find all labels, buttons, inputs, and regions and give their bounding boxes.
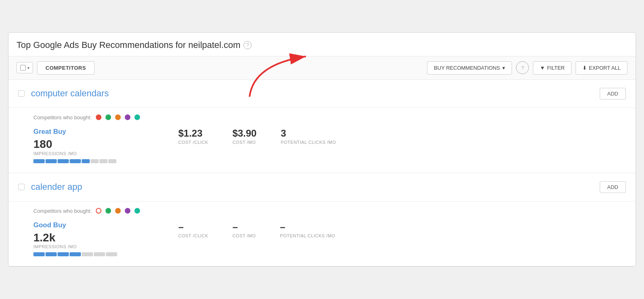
export-button[interactable]: ⬇ EXPORT ALL xyxy=(576,61,627,75)
checkbox-dropdown[interactable]: ▾ xyxy=(17,62,33,73)
buy-recommendations-label: BUY RECOMMENDATIONS xyxy=(434,65,500,71)
keyword-name-2[interactable]: calender app xyxy=(31,182,82,192)
cost-mo-label-2: COST /MO xyxy=(232,233,256,238)
progress-bar-2 xyxy=(33,252,122,256)
impressions-block-1: Great Buy 180 IMPRESSIONS /MO xyxy=(33,128,170,163)
impressions-unit-2: IMPRESSIONS /MO xyxy=(33,244,170,249)
add-button-2[interactable]: ADD xyxy=(600,181,626,193)
bar2-gray-3 xyxy=(106,252,117,256)
bar2-gray-1 xyxy=(82,252,93,256)
competitor-dot-2-2 xyxy=(105,208,111,214)
main-container: Top Google Ads Buy Recommendations for n… xyxy=(8,32,636,267)
keyword-checkbox-1[interactable] xyxy=(18,90,25,97)
filter-button[interactable]: ▼ FILTER xyxy=(533,61,572,75)
keyword-checkbox-2[interactable] xyxy=(18,184,25,190)
competitors-row-1: Competitors who bought: xyxy=(33,114,626,120)
competitor-dot-1-4 xyxy=(125,114,130,120)
keyword-data-2: Competitors who bought: Good Buy 1.2k IM… xyxy=(8,201,636,266)
toolbar-help-icon[interactable]: ? xyxy=(516,61,529,74)
competitors-label-2: Competitors who bought: xyxy=(33,208,92,214)
bar2-seg-2 xyxy=(45,252,57,256)
buy-label-2[interactable]: Good Buy xyxy=(33,221,170,229)
keyword-header-1: computer calendars ADD xyxy=(8,80,636,108)
buy-label-1[interactable]: Great Buy xyxy=(33,128,170,136)
content-area: computer calendars ADD Competitors who b… xyxy=(8,80,636,266)
cost-click-block-2: – COST /CLICK xyxy=(178,221,208,238)
cost-click-value-1: $1.23 xyxy=(178,128,208,139)
export-label: EXPORT ALL xyxy=(589,65,621,71)
page-header: Top Google Ads Buy Recommendations for n… xyxy=(8,33,636,56)
bar-gray-1 xyxy=(91,159,99,163)
competitor-dot-2-3 xyxy=(115,208,121,214)
cost-click-value-2: – xyxy=(178,221,208,233)
bar-gray-3 xyxy=(108,159,116,163)
bar-seg-1 xyxy=(33,159,45,163)
bar-seg-4 xyxy=(70,159,81,163)
page-help-icon[interactable]: ? xyxy=(244,41,252,49)
keyword-header-2: calender app ADD xyxy=(8,173,636,201)
competitor-dot-2-1 xyxy=(96,208,101,214)
metrics-row-2: Good Buy 1.2k IMPRESSIONS /MO xyxy=(33,221,626,257)
cost-blocks-2: – COST /CLICK – COST /MO – POTENTIAL CLI… xyxy=(178,221,335,238)
cost-click-block-1: $1.23 COST /CLICK xyxy=(178,128,208,145)
competitor-dot-2-5 xyxy=(134,208,140,214)
bar2-seg-3 xyxy=(58,252,69,256)
competitor-dot-1-2 xyxy=(105,114,111,120)
potential-clicks-value-1: 3 xyxy=(281,128,336,139)
impressions-value-1: 180 xyxy=(33,137,170,151)
impressions-unit-1: IMPRESSIONS /MO xyxy=(33,151,170,156)
potential-clicks-value-2: – xyxy=(280,221,335,233)
competitor-dot-1-3 xyxy=(115,114,121,120)
filter-label: FILTER xyxy=(547,65,565,71)
bar2-seg-4 xyxy=(70,252,81,256)
cost-mo-value-2: – xyxy=(232,221,256,233)
competitors-label-1: Competitors who bought: xyxy=(33,114,92,120)
potential-clicks-label-2: POTENTIAL CLICKS /MO xyxy=(280,233,335,238)
buy-recommendations-chevron: ▾ xyxy=(502,65,505,71)
competitor-dot-2-4 xyxy=(125,208,130,214)
cost-blocks-1: $1.23 COST /CLICK $3.90 COST /MO 3 POTEN… xyxy=(178,128,336,145)
page-title: Top Google Ads Buy Recommendations for n… xyxy=(17,40,240,50)
cost-mo-block-2: – COST /MO xyxy=(232,221,256,238)
bar-seg-3 xyxy=(58,159,69,163)
potential-clicks-block-2: – POTENTIAL CLICKS /MO xyxy=(280,221,335,238)
bar-seg-2 xyxy=(45,159,57,163)
keyword-section-2: calender app ADD Competitors who bought:… xyxy=(8,173,636,267)
competitors-row-2: Competitors who bought: xyxy=(33,208,626,214)
competitor-dot-1-1 xyxy=(96,114,101,120)
competitor-dot-1-5 xyxy=(134,114,140,120)
toolbar: ▾ COMPETITORS BUY RECOMMENDATIONS ▾ ? ▼ … xyxy=(8,56,636,80)
cost-mo-label-1: COST /MO xyxy=(232,140,256,145)
bar2-gray-2 xyxy=(94,252,105,256)
potential-clicks-block-1: 3 POTENTIAL CLICKS /MO xyxy=(281,128,336,145)
metrics-row-1: Great Buy 180 IMPRESSIONS /MO xyxy=(33,128,626,163)
buy-recommendations-button[interactable]: BUY RECOMMENDATIONS ▾ xyxy=(427,61,512,75)
keyword-name-1[interactable]: computer calendars xyxy=(31,88,109,99)
bar-seg-5 xyxy=(82,159,90,163)
progress-bar-1 xyxy=(33,159,122,163)
competitors-button[interactable]: COMPETITORS xyxy=(37,61,95,75)
cost-mo-block-1: $3.90 COST /MO xyxy=(232,128,256,145)
cost-click-label-2: COST /CLICK xyxy=(178,233,208,238)
select-all-checkbox[interactable] xyxy=(20,65,26,71)
impressions-value-2: 1.2k xyxy=(33,231,170,245)
cost-mo-value-1: $3.90 xyxy=(232,128,256,139)
impressions-block-2: Good Buy 1.2k IMPRESSIONS /MO xyxy=(33,221,170,257)
add-button-1[interactable]: ADD xyxy=(600,88,626,100)
dropdown-arrow-icon: ▾ xyxy=(27,66,29,70)
bar2-seg-1 xyxy=(33,252,45,256)
potential-clicks-label-1: POTENTIAL CLICKS /MO xyxy=(281,140,336,145)
export-icon: ⬇ xyxy=(582,65,587,71)
keyword-data-1: Competitors who bought: Great Buy 180 IM… xyxy=(8,108,636,173)
keyword-section: computer calendars ADD Competitors who b… xyxy=(8,80,636,173)
cost-click-label-1: COST /CLICK xyxy=(178,140,208,145)
filter-icon: ▼ xyxy=(540,65,545,71)
bar-gray-2 xyxy=(99,159,107,163)
